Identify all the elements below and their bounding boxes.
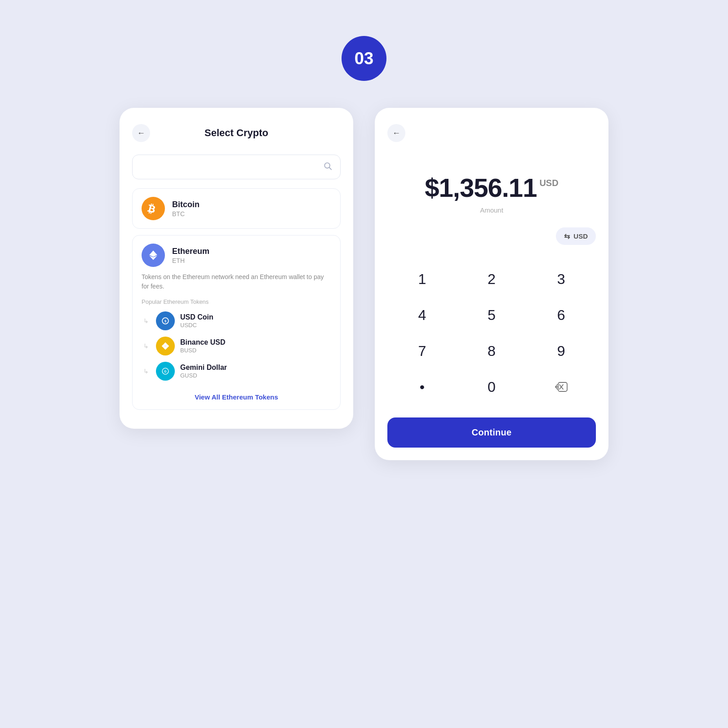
amount-display: $1,356.11 USD	[425, 173, 558, 203]
view-all-link[interactable]: View All Ethereum Tokens	[142, 387, 331, 401]
amount-value: $1,356.11	[425, 173, 537, 203]
select-crypto-panel: ← Select Crypto Bitcoin BTC	[120, 108, 353, 429]
gusd-name: Gemini Dollar	[180, 364, 227, 372]
ethereum-name: Ethereum	[172, 247, 209, 256]
panels-row: ← Select Crypto Bitcoin BTC	[120, 108, 608, 460]
svg-text:G: G	[164, 370, 166, 373]
step-badge: 03	[342, 36, 386, 81]
key-0[interactable]: 0	[457, 369, 527, 405]
key-9[interactable]: 9	[526, 333, 596, 369]
step-number: 03	[355, 49, 373, 68]
amount-label: Amount	[480, 206, 503, 214]
busd-item[interactable]: ↳ Binance USD BUSD	[142, 337, 331, 355]
key-6[interactable]: 6	[526, 297, 596, 333]
gusd-symbol: GUSD	[180, 372, 227, 379]
left-back-button[interactable]: ←	[132, 124, 150, 142]
bitcoin-item[interactable]: Bitcoin BTC	[132, 188, 341, 229]
key-8[interactable]: 8	[457, 333, 527, 369]
usdc-name: USD Coin	[180, 313, 213, 321]
usdc-symbol: USDC	[180, 322, 213, 328]
key-1[interactable]: 1	[387, 261, 457, 297]
ethereum-info: Ethereum ETH	[172, 247, 209, 264]
amount-section: $1,356.11 USD Amount	[387, 155, 596, 227]
crypto-search-box[interactable]	[132, 155, 341, 179]
busd-icon	[156, 337, 175, 355]
bitcoin-symbol: BTC	[172, 210, 200, 218]
numpad: 1 2 3 4 5 6 7 8 9 • 0	[387, 261, 596, 405]
ethereum-icon	[142, 244, 165, 267]
popular-tokens-label: Popular Ethereum Tokens	[142, 298, 331, 305]
key-5[interactable]: 5	[457, 297, 527, 333]
ethereum-description: Tokens on the Ethereum network need an E…	[142, 272, 331, 291]
crypto-search-input[interactable]	[141, 163, 323, 172]
key-4[interactable]: 4	[387, 297, 457, 333]
view-all-ethereum-link[interactable]: View All Ethereum Tokens	[195, 393, 278, 401]
key-3[interactable]: 3	[526, 261, 596, 297]
bitcoin-info: Bitcoin BTC	[172, 200, 200, 218]
key-delete[interactable]	[526, 369, 596, 405]
sub-arrow-busd: ↳	[143, 342, 149, 350]
gusd-item[interactable]: ↳ G Gemini Dollar GUSD	[142, 362, 331, 381]
usdc-icon: $	[156, 311, 175, 330]
switch-icon: ⇆	[564, 232, 570, 240]
sub-arrow-usdc: ↳	[143, 317, 149, 324]
key-2[interactable]: 2	[457, 261, 527, 297]
currency-toggle-button[interactable]: ⇆ USD	[556, 227, 596, 245]
amount-currency-label: USD	[539, 178, 558, 188]
busd-name: Binance USD	[180, 338, 225, 346]
svg-rect-14	[558, 382, 567, 391]
amount-panel: ← $1,356.11 USD Amount ⇆ USD 1 2 3 4 5 6…	[375, 108, 608, 460]
svg-line-1	[329, 168, 332, 170]
ethereum-symbol: ETH	[172, 257, 209, 264]
svg-text:$: $	[164, 319, 167, 323]
search-icon	[323, 161, 332, 173]
ethereum-header[interactable]: Ethereum ETH	[142, 244, 331, 267]
ethereum-expanded-item: Ethereum ETH Tokens on the Ethereum netw…	[132, 235, 341, 410]
right-back-button[interactable]: ←	[387, 124, 405, 142]
currency-toggle-label: USD	[573, 232, 588, 240]
left-panel-header: ← Select Crypto	[132, 124, 341, 142]
key-dot[interactable]: •	[387, 369, 457, 405]
bitcoin-name: Bitcoin	[172, 200, 200, 209]
usdc-item[interactable]: ↳ $ USD Coin USDC	[142, 311, 331, 330]
usdc-info: USD Coin USDC	[180, 313, 213, 328]
busd-info: Binance USD BUSD	[180, 338, 225, 354]
gusd-info: Gemini Dollar GUSD	[180, 364, 227, 379]
bitcoin-icon	[142, 197, 165, 220]
select-crypto-title: Select Crypto	[150, 127, 323, 139]
busd-symbol: BUSD	[180, 347, 225, 354]
key-7[interactable]: 7	[387, 333, 457, 369]
gusd-icon: G	[156, 362, 175, 381]
right-panel-header: ←	[387, 124, 596, 142]
sub-arrow-gusd: ↳	[143, 368, 149, 375]
continue-button[interactable]: Continue	[387, 417, 596, 448]
